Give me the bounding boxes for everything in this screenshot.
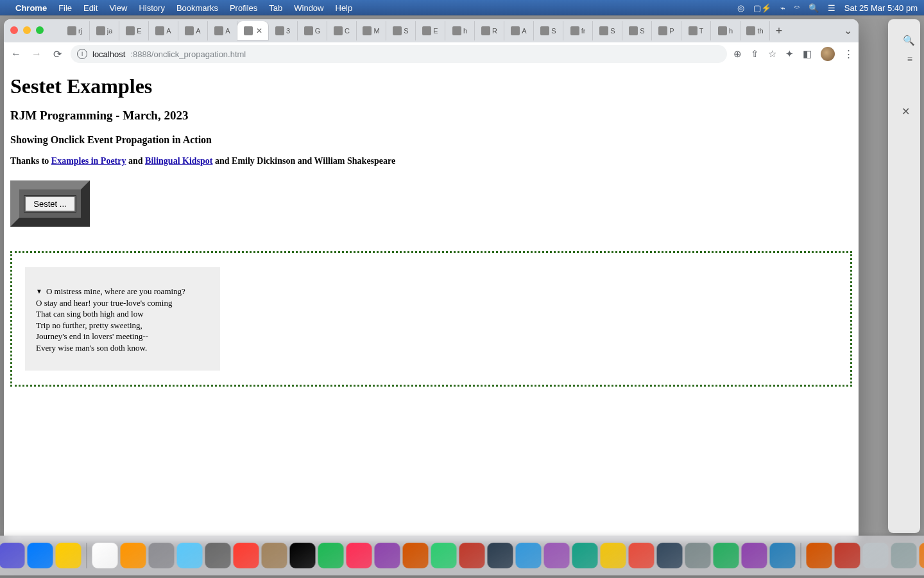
dock-app-icon[interactable] [920,543,925,568]
tab-close-icon[interactable]: ✕ [256,26,262,35]
nav-forward-button[interactable]: → [30,48,44,60]
new-tab-button[interactable]: + [770,22,788,40]
tab[interactable]: C [327,21,357,40]
tab[interactable]: th [740,21,770,40]
menubar-edit[interactable]: Edit [83,3,98,13]
tab[interactable]: T [681,21,711,40]
dock-app-icon[interactable] [685,543,711,568]
link-bilingual-kidspot[interactable]: Bilingual Kidspot [145,156,212,166]
poem-card[interactable]: ▼ O mistress mine, where are you roaming… [25,267,220,371]
menubar-help[interactable]: Help [336,3,353,13]
dock-app-icon[interactable] [92,543,118,568]
address-bar[interactable]: i localhost:8888/onclick_propagation.htm… [71,45,727,63]
menubar-file[interactable]: File [58,3,72,13]
dock-app-icon[interactable] [403,543,429,568]
tab[interactable]: R [475,21,504,40]
dock-app-icon[interactable] [629,543,654,568]
window-zoom-button[interactable] [36,26,44,34]
wifi-icon[interactable]: ⌔ [794,3,800,13]
dock-app-icon[interactable] [714,543,739,568]
tab-active[interactable]: ✕ [237,21,268,40]
menubar-history[interactable]: History [139,3,164,13]
sestet-button[interactable]: Sestet ... [25,197,74,211]
tab[interactable]: fr [563,21,593,40]
link-examples-in-poetry[interactable]: Examples in Poetry [51,156,126,166]
menubar-profiles[interactable]: Profiles [230,3,257,13]
menubar-window[interactable]: Window [294,3,323,13]
dock-app-icon[interactable] [891,543,917,568]
spotlight-icon[interactable]: 🔍 [809,3,819,13]
sestet-bevel-box[interactable]: Sestet ... [10,180,90,227]
bluetooth-icon[interactable]: ⌁ [780,3,785,13]
dock-app-icon[interactable] [318,543,344,568]
dock-app-icon[interactable] [544,543,570,568]
tab[interactable]: ja [90,21,119,40]
dock-app-icon[interactable] [290,543,316,568]
dock-app-icon[interactable] [601,543,626,568]
bgwin-close-icon[interactable]: ✕ [902,105,910,118]
tab[interactable]: S [534,21,563,40]
tab[interactable]: S [622,21,652,40]
dock-app-icon[interactable] [807,543,832,568]
bgwin-lines-icon[interactable]: ≡ [907,54,912,64]
zoom-icon[interactable]: ⊕ [733,48,742,60]
battery-icon[interactable]: ▢⚡ [753,3,771,13]
tab[interactable]: E [119,21,149,40]
menubar-tab[interactable]: Tab [269,3,282,13]
dock-app-icon[interactable] [431,543,457,568]
extensions-icon[interactable]: ✦ [785,48,794,60]
dock-app-icon[interactable] [121,543,146,568]
menubar-clock[interactable]: Sat 25 Mar 5:40 pm [844,3,918,13]
dock-app-icon[interactable] [863,543,889,568]
bgwin-search-icon[interactable]: 🔍 [903,35,915,46]
window-minimize-button[interactable] [23,26,31,34]
profile-avatar[interactable] [821,47,835,61]
dock-app-icon[interactable] [375,543,400,568]
site-info-icon[interactable]: i [77,49,87,59]
dock-app-icon[interactable] [572,543,598,568]
dock-app-icon[interactable] [488,543,513,568]
screenrec-icon[interactable]: ◎ [737,3,744,13]
tab[interactable]: G [298,21,327,40]
dock-app-icon[interactable] [205,543,231,568]
dock-app-icon[interactable] [56,543,81,568]
tab[interactable]: rj [60,21,90,40]
dock-app-icon[interactable] [234,543,259,568]
dock-app-icon[interactable] [177,543,203,568]
menubar-app[interactable]: Chrome [15,3,47,13]
sidepanel-icon[interactable]: ◧ [803,48,812,60]
tab[interactable]: h [711,21,740,40]
tab[interactable]: P [652,21,681,40]
install-icon[interactable]: ⇧ [751,48,759,60]
tab[interactable]: A [208,21,237,40]
dock-app-icon[interactable] [0,543,25,568]
nav-reload-button[interactable]: ⟳ [50,48,64,60]
dock-app-icon[interactable] [835,543,860,568]
dock-app-icon[interactable] [657,543,683,568]
window-close-button[interactable] [10,26,18,34]
dock-app-icon[interactable] [346,543,372,568]
dock-app-icon[interactable] [459,543,485,568]
tab[interactable]: A [149,21,178,40]
tab[interactable]: h [445,21,475,40]
dock-app-icon[interactable] [770,543,796,568]
dock-app-icon[interactable] [516,543,542,568]
tab[interactable]: S [386,21,416,40]
tab[interactable]: M [357,21,386,40]
dock-app-icon[interactable] [742,543,767,568]
tab[interactable]: A [504,21,534,40]
disclosure-triangle-icon[interactable]: ▼ [36,287,42,296]
nav-back-button[interactable]: ← [9,48,23,60]
chrome-menu-icon[interactable]: ⋮ [844,48,853,60]
tab-overflow-button[interactable]: ⌄ [844,24,852,37]
tab[interactable]: A [178,21,208,40]
dock-app-icon[interactable] [28,543,53,568]
dock-app-icon[interactable] [149,543,175,568]
bookmark-star-icon[interactable]: ☆ [768,48,776,60]
menubar-view[interactable]: View [109,3,127,13]
menubar-bookmarks[interactable]: Bookmarks [176,3,218,13]
tab[interactable]: 3 [268,21,298,40]
tab[interactable]: E [416,21,445,40]
dock-app-icon[interactable] [262,543,287,568]
tab[interactable]: S [593,21,622,40]
